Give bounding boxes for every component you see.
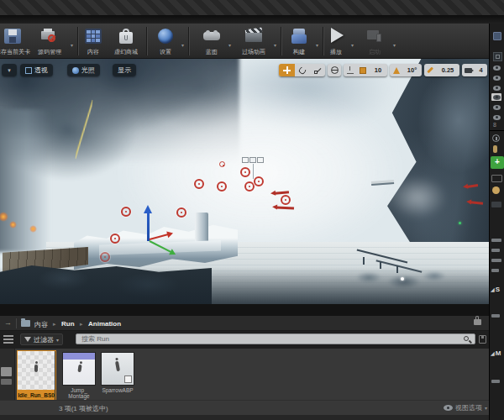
- thumbnail-figure: [115, 361, 120, 372]
- breadcrumb-run[interactable]: Run: [61, 320, 75, 328]
- cinematics-icon: [245, 29, 262, 43]
- settings-dropdown-icon[interactable]: ▾: [181, 42, 184, 48]
- white-actor-dot: [401, 277, 404, 281]
- blueprints-dropdown-icon[interactable]: ▾: [228, 42, 231, 48]
- build-dropdown-icon[interactable]: ▾: [316, 42, 318, 48]
- source-control-button[interactable]: 源码管理: [30, 25, 69, 57]
- content-label: 内容: [87, 48, 99, 56]
- view-options-eye-icon: [444, 405, 453, 411]
- camera-speed-value-button[interactable]: 4: [475, 64, 487, 76]
- world-local-toggle-button[interactable]: [328, 64, 341, 76]
- breadcrumb-separator-line: [16, 318, 17, 328]
- target-point-actor[interactable]: [240, 167, 250, 177]
- cinematics-button[interactable]: 过场动画: [234, 25, 274, 57]
- outliner-visibility-toggle[interactable]: [491, 113, 501, 121]
- launch-button[interactable]: 启动: [358, 25, 391, 57]
- level-viewport[interactable]: ▾ 透视 光照 显示: [0, 59, 489, 304]
- rotate-tool-button[interactable]: [295, 64, 310, 76]
- viewport-options-button[interactable]: ▾: [2, 64, 17, 76]
- target-point-actor[interactable]: [281, 195, 291, 205]
- details-section-s[interactable]: ◢S: [491, 286, 500, 293]
- view-options-label: 视图选项: [455, 403, 482, 412]
- viewport-options-arrow-icon: ▾: [8, 67, 11, 74]
- flame-glow: [29, 225, 37, 233]
- scale-tool-icon: [314, 66, 322, 74]
- source-control-dropdown-icon[interactable]: ▾: [71, 42, 73, 48]
- target-point-actor[interactable]: [176, 207, 186, 218]
- asset-tile-sparrowabp[interactable]: SparrowABP: [101, 352, 134, 402]
- grid-snap-value: 10: [375, 66, 381, 74]
- settings-button[interactable]: 设置: [148, 25, 183, 57]
- thumbnail-figure: [34, 365, 38, 372]
- content-browser-button[interactable]: 内容: [77, 25, 109, 57]
- outliner-visibility-toggle-selected[interactable]: [491, 93, 501, 101]
- target-point-actor[interactable]: [219, 161, 225, 167]
- move-tool-button[interactable]: [279, 64, 295, 76]
- scale-snap-value-button[interactable]: 0.25: [436, 64, 459, 76]
- cb-status-text: 3 项(1 项被选中): [59, 404, 108, 413]
- breadcrumb-animation[interactable]: Animation: [88, 320, 121, 328]
- target-point-actor[interactable]: [217, 181, 227, 192]
- cb-bottom-strip: [0, 415, 489, 420]
- grid-snap-value-button[interactable]: 10: [369, 64, 387, 76]
- lit-mode-button[interactable]: 光照: [67, 64, 100, 76]
- lock-icon[interactable]: [474, 319, 481, 325]
- play-button[interactable]: 播放: [321, 25, 351, 57]
- move-tool-icon: [283, 66, 291, 74]
- dock-tab-icon[interactable]: [493, 32, 501, 40]
- view-options-button[interactable]: 视图选项 ▾: [444, 403, 487, 412]
- show-flags-button[interactable]: 显示: [113, 64, 136, 76]
- play-dropdown-icon[interactable]: ▾: [351, 42, 354, 48]
- asset-tile-jump-montage[interactable]: Jump_ Montage: [62, 352, 96, 402]
- target-point-actor[interactable]: [100, 252, 110, 262]
- grid-snap-toggle-button[interactable]: [356, 64, 369, 76]
- add-component-button[interactable]: +: [491, 156, 504, 169]
- asset-tile-idle-run[interactable]: Idle_Run_BS0: [17, 350, 56, 402]
- gizmo-z-axis[interactable]: [147, 213, 150, 241]
- outliner-visibility-toggle[interactable]: [491, 64, 501, 71]
- filters-label: 过滤器: [34, 335, 54, 344]
- sources-strip-handle2[interactable]: [1, 379, 12, 385]
- marketplace-icon: [119, 29, 133, 44]
- cinematics-dropdown-icon[interactable]: ▾: [274, 42, 276, 48]
- build-button[interactable]: 构建: [282, 25, 316, 57]
- save-search-icon[interactable]: [479, 335, 486, 344]
- rotation-snap-value-button[interactable]: 10°: [402, 64, 422, 76]
- search-input[interactable]: [76, 333, 475, 344]
- outliner-visibility-toggle[interactable]: [491, 84, 501, 92]
- blueprints-button[interactable]: 蓝图: [193, 25, 230, 57]
- maximize-viewport-icon[interactable]: [493, 52, 502, 61]
- scale-snap-toggle-button[interactable]: [424, 64, 436, 76]
- perspective-label: 透视: [34, 66, 48, 75]
- save-button[interactable]: 保存当前关卡: [0, 25, 32, 57]
- rotation-snap-toggle-button[interactable]: [390, 64, 402, 76]
- target-point-actor[interactable]: [194, 179, 204, 189]
- details-section-m[interactable]: ◢M: [491, 349, 501, 357]
- sources-strip-handle[interactable]: [1, 367, 12, 376]
- surface-snap-button[interactable]: [344, 64, 356, 76]
- target-point-actor[interactable]: [121, 207, 131, 217]
- asset-thumbnail: [18, 351, 55, 390]
- target-point-actor[interactable]: [254, 176, 264, 186]
- grid-snap-group: 10: [344, 64, 387, 76]
- folder-icon: [21, 320, 30, 327]
- details-info-icon: [492, 134, 500, 142]
- outliner-visibility-toggle[interactable]: [491, 74, 501, 81]
- filters-button[interactable]: 过滤器 ▾: [20, 333, 63, 345]
- launch-dropdown-icon[interactable]: ▾: [393, 42, 396, 48]
- marketplace-button[interactable]: 虚幻商城: [108, 25, 144, 57]
- scale-tool-button[interactable]: [310, 64, 325, 76]
- target-point-actor[interactable]: [244, 181, 255, 192]
- camera-speed-button[interactable]: [462, 64, 475, 76]
- edit-blueprint-button-edge[interactable]: [491, 175, 502, 182]
- blueprint-tool-icon[interactable]: [492, 186, 500, 194]
- outliner-visibility-toggle[interactable]: [491, 103, 501, 111]
- dock-splitter[interactable]: [0, 304, 489, 316]
- green-actor-dot: [459, 222, 461, 224]
- target-point-actor[interactable]: [110, 234, 120, 244]
- breadcrumb-root[interactable]: 内容: [34, 320, 48, 329]
- perspective-button[interactable]: 透视: [20, 64, 53, 76]
- unreal-editor-window: 保存当前关卡 源码管理 ▾ 内容: [0, 0, 504, 420]
- sources-panel-toggle-icon[interactable]: [3, 335, 13, 344]
- history-forward-icon[interactable]: →: [4, 318, 12, 327]
